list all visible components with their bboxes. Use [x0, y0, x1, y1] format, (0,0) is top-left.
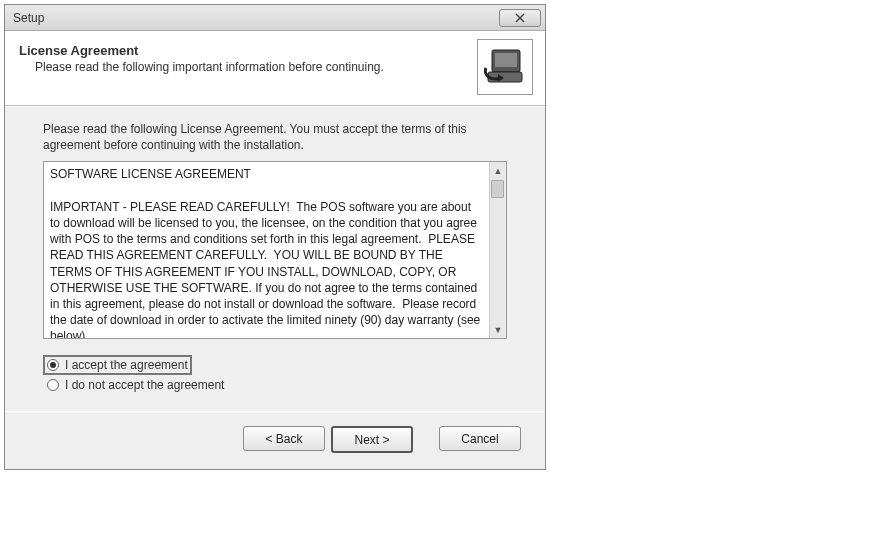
header-texts: License Agreement Please read the follow… — [19, 39, 384, 74]
scroll-thumb[interactable] — [491, 180, 504, 198]
radio-icon — [47, 379, 59, 391]
svg-rect-3 — [495, 53, 517, 67]
svg-rect-4 — [488, 72, 522, 82]
license-text-content: SOFTWARE LICENSE AGREEMENT IMPORTANT - P… — [44, 162, 489, 338]
radio-icon — [47, 359, 59, 371]
accept-radio-option[interactable]: I accept the agreement — [43, 355, 192, 375]
instruction-text: Please read the following License Agreem… — [43, 121, 507, 153]
scrollbar[interactable]: ▲ ▼ — [489, 162, 506, 338]
close-icon — [515, 13, 525, 23]
wizard-header: License Agreement Please read the follow… — [5, 31, 545, 106]
button-bar: < Back Next > Cancel — [5, 412, 545, 469]
window-title: Setup — [13, 11, 44, 25]
next-button[interactable]: Next > — [331, 426, 413, 453]
page-subtitle: Please read the following important info… — [19, 60, 384, 74]
scroll-up-arrow-icon[interactable]: ▲ — [492, 164, 505, 177]
scroll-down-arrow-icon[interactable]: ▼ — [492, 323, 505, 336]
decline-radio-option[interactable]: I do not accept the agreement — [43, 375, 507, 395]
close-button[interactable] — [499, 9, 541, 27]
cancel-button[interactable]: Cancel — [439, 426, 521, 451]
decline-label: I do not accept the agreement — [65, 378, 224, 392]
page-title: License Agreement — [19, 43, 384, 58]
accept-radio-group: I accept the agreement I do not accept t… — [43, 355, 507, 395]
installer-icon — [477, 39, 533, 95]
content-area: Please read the following License Agreem… — [5, 106, 545, 411]
setup-window: Setup License Agreement Please read the … — [4, 4, 546, 470]
back-button[interactable]: < Back — [243, 426, 325, 451]
license-textbox[interactable]: SOFTWARE LICENSE AGREEMENT IMPORTANT - P… — [43, 161, 507, 339]
titlebar: Setup — [5, 5, 545, 31]
accept-label: I accept the agreement — [65, 358, 188, 372]
